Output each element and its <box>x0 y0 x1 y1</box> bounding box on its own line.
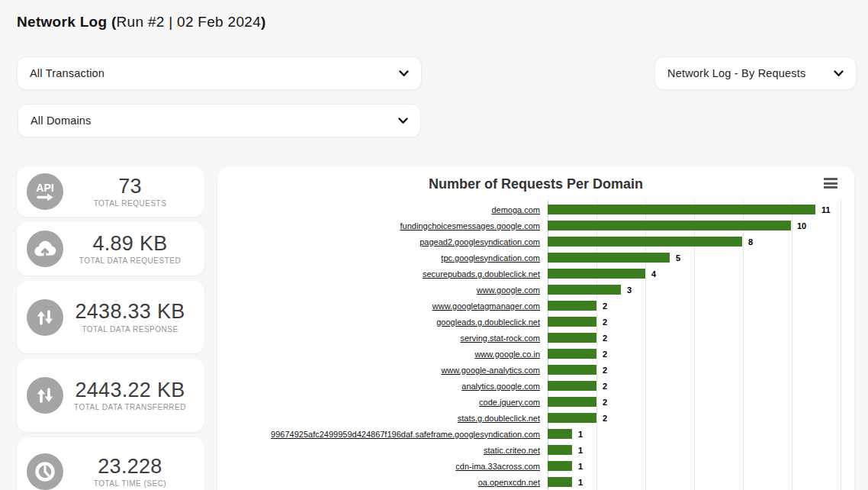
chart-row: www.googletagmanager.com2 <box>217 298 854 314</box>
value-label: 11 <box>821 205 831 214</box>
domain-link[interactable]: www.google.com <box>217 285 548 295</box>
request-count-bar[interactable] <box>548 237 742 247</box>
request-count-bar[interactable] <box>548 317 596 327</box>
request-count-bar[interactable] <box>548 461 572 471</box>
bar-track: 2 <box>548 330 854 346</box>
domain-link[interactable]: serving.stat-rock.com <box>217 334 548 343</box>
domain-filter-select[interactable]: All Domains <box>18 104 421 137</box>
request-count-bar[interactable] <box>548 413 596 423</box>
stat-card-total-time: 23.228 TOTAL TIME (SEC) <box>17 437 204 490</box>
domain-link[interactable]: static.criteo.net <box>217 446 548 455</box>
bar-track: 1 <box>548 474 854 490</box>
request-count-bar[interactable] <box>548 333 596 343</box>
chart-title: Number of Requests Per Domain <box>217 176 854 192</box>
request-count-bar[interactable] <box>548 429 572 439</box>
view-mode-value: Network Log - By Requests <box>667 67 834 79</box>
request-count-bar[interactable] <box>548 221 791 230</box>
page-title-prefix: Network Log ( <box>17 14 117 30</box>
stat-card-data-transferred: 2443.22 KB TOTAL DATA TRANSFERRED <box>17 359 204 432</box>
value-label: 1 <box>578 462 583 471</box>
request-count-bar[interactable] <box>548 253 670 263</box>
chart-row: securepubads.g.doubleclick.net4 <box>217 266 854 282</box>
domain-link[interactable]: www.googletagmanager.com <box>217 301 548 311</box>
domain-link[interactable]: pagead2.googlesyndication.com <box>217 237 548 247</box>
bar-track: 5 <box>548 250 854 266</box>
chart-row: tpc.googlesyndication.com5 <box>217 250 854 266</box>
chart-context-menu-button[interactable] <box>824 178 837 189</box>
domain-link[interactable]: stats.g.doubleclick.net <box>217 414 548 423</box>
total-data-transferred-value: 2443.22 KB <box>66 379 194 401</box>
bar-track: 10 <box>548 218 854 234</box>
chart-row: googleads.g.doubleclick.net2 <box>217 314 854 330</box>
domain-link[interactable]: fundingchoicesmessages.google.com <box>217 221 548 230</box>
stat-card-total-requests: API 73 TOTAL REQUESTS <box>17 166 204 217</box>
chart-rows: demoga.com11fundingchoicesmessages.googl… <box>217 201 854 490</box>
page-title: Network Log (Run #2 | 02 Feb 2024) <box>17 14 266 31</box>
total-data-response-value: 2438.33 KB <box>66 301 194 322</box>
svg-text:API: API <box>36 182 53 194</box>
total-data-requested-value: 4.89 KB <box>66 233 194 254</box>
domain-link[interactable]: googleads.g.doubleclick.net <box>217 318 548 327</box>
domain-link[interactable]: demoga.com <box>217 205 548 214</box>
total-data-response-label: TOTAL DATA RESPONSE <box>66 325 194 334</box>
domain-link[interactable]: securepubads.g.doubleclick.net <box>217 269 548 279</box>
bar-track: 2 <box>548 298 854 314</box>
value-label: 1 <box>578 430 583 439</box>
domain-link[interactable]: 99674925afc2499959d424867f196daf.safefra… <box>217 430 548 439</box>
view-mode-select[interactable]: Network Log - By Requests <box>654 56 857 90</box>
value-label: 1 <box>578 478 583 487</box>
bar-track: 1 <box>548 458 854 474</box>
transaction-filter-value: All Transaction <box>30 67 399 79</box>
page-title-suffix: ) <box>261 14 266 30</box>
bar-track: 2 <box>548 314 854 330</box>
bar-track: 2 <box>548 378 854 394</box>
chart-row: pagead2.googlesyndication.com8 <box>217 234 854 250</box>
domain-link[interactable]: tpc.googlesyndication.com <box>217 253 548 263</box>
total-data-transferred-label: TOTAL DATA TRANSFERRED <box>66 403 194 411</box>
value-label: 2 <box>603 334 607 343</box>
domain-link[interactable]: www.google.co.in <box>217 350 548 359</box>
request-count-bar[interactable] <box>548 477 572 487</box>
domain-link[interactable]: analytics.google.com <box>217 382 548 391</box>
bar-track: 8 <box>548 234 854 250</box>
domain-filter-value: All Domains <box>31 114 398 127</box>
bar-track: 1 <box>548 442 854 458</box>
chart-row: 99674925afc2499959d424867f196daf.safefra… <box>217 426 854 442</box>
request-count-bar[interactable] <box>548 365 596 375</box>
domain-link[interactable]: oa.openxcdn.net <box>217 478 548 487</box>
request-count-bar[interactable] <box>548 269 645 279</box>
transaction-filter-select[interactable]: All Transaction <box>17 56 422 90</box>
bar-track: 3 <box>548 282 854 298</box>
request-count-bar[interactable] <box>548 205 815 214</box>
chart-row: stats.g.doubleclick.net2 <box>217 410 854 426</box>
chart-row: www.google.co.in2 <box>217 346 854 362</box>
chevron-down-icon <box>834 70 844 77</box>
bar-track: 2 <box>548 346 854 362</box>
chart-row: analytics.google.com2 <box>217 378 854 394</box>
bar-track: 1 <box>548 426 854 442</box>
page-title-run-info: Run #2 | 02 Feb 2024 <box>117 14 261 30</box>
transfer-arrows-icon <box>27 377 63 414</box>
bar-track: 2 <box>548 362 854 378</box>
stat-card-data-requested: 4.89 KB TOTAL DATA REQUESTED <box>17 222 204 276</box>
bar-track: 2 <box>548 410 854 426</box>
clock-icon <box>27 453 63 490</box>
request-count-bar[interactable] <box>548 349 596 359</box>
domain-link[interactable]: code.jquery.com <box>217 398 548 407</box>
request-count-bar[interactable] <box>548 381 596 391</box>
value-label: 10 <box>797 221 806 230</box>
chart-row: www.google.com3 <box>217 282 854 298</box>
value-label: 3 <box>627 285 632 295</box>
total-time-label: TOTAL TIME (SEC) <box>66 479 194 488</box>
request-count-bar[interactable] <box>548 445 572 455</box>
request-count-bar[interactable] <box>548 285 621 295</box>
value-label: 1 <box>578 446 583 455</box>
request-count-bar[interactable] <box>548 397 596 407</box>
total-time-value: 23.228 <box>66 456 194 477</box>
value-label: 2 <box>603 301 607 311</box>
chevron-down-icon <box>399 70 409 77</box>
domain-link[interactable]: www.google-analytics.com <box>217 366 548 375</box>
chart-row: oa.openxcdn.net1 <box>217 474 854 490</box>
request-count-bar[interactable] <box>548 301 596 311</box>
domain-link[interactable]: cdn-ima.33across.com <box>217 462 548 471</box>
